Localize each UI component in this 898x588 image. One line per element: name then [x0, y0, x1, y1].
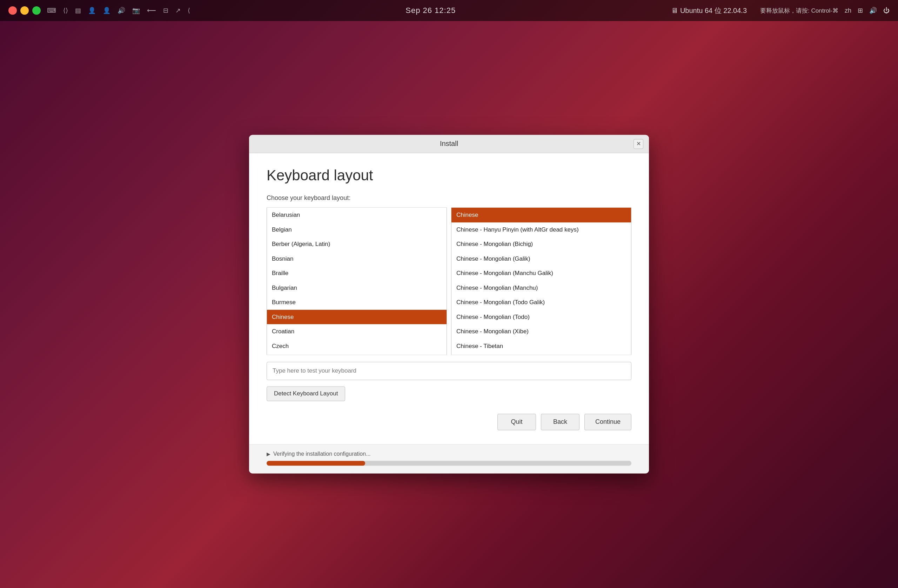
- back-button[interactable]: Back: [541, 414, 580, 430]
- subtitle: Choose your keyboard layout:: [267, 194, 631, 202]
- detect-keyboard-button[interactable]: Detect Keyboard Layout: [267, 386, 345, 401]
- toolbar-icon-10: ↗: [175, 7, 181, 14]
- top-bar: ⌨ ⟨⟩ ▤ 👤 👤 🔊 📷 ⟵ ⊟ ↗ ⟨ Sep 26 12:25 🖥 Ub…: [0, 0, 898, 21]
- toolbar-icon-2: ⟨⟩: [63, 7, 68, 14]
- list-item[interactable]: Chinese - Mongolian (Bichig): [452, 237, 631, 252]
- list-item[interactable]: Chinese: [452, 208, 631, 222]
- toolbar-icon-6: 🔊: [117, 7, 125, 14]
- list-item[interactable]: Chinese - Tibetan: [452, 339, 631, 354]
- traffic-lights: [8, 6, 41, 15]
- language-list[interactable]: BelarusianBelgianBerber (Algeria, Latin)…: [267, 207, 447, 355]
- progress-bar-container: [267, 461, 631, 466]
- top-bar-right: 🖥 Ubuntu 64 位 22.04.3 要释放鼠标，请按: Control-…: [671, 6, 890, 15]
- quit-button[interactable]: Quit: [497, 414, 536, 430]
- list-item[interactable]: Chinese - Mongolian (Xibe): [452, 324, 631, 339]
- install-window: Install ✕ Keyboard layout Choose your ke…: [249, 135, 649, 473]
- list-item[interactable]: Chinese - Hanyu Pinyin (with AltGr dead …: [452, 222, 631, 237]
- toolbar-icon-11: ⟨: [188, 7, 190, 14]
- layout-variant-list[interactable]: ChineseChinese - Hanyu Pinyin (with AltG…: [451, 207, 631, 355]
- close-window-button[interactable]: [8, 6, 17, 15]
- maximize-window-button[interactable]: [32, 6, 41, 15]
- toolbar-icons: ⌨ ⟨⟩ ▤ 👤 👤 🔊 📷 ⟵ ⊟ ↗ ⟨: [47, 7, 190, 14]
- list-item[interactable]: Belarusian: [267, 208, 446, 222]
- list-item[interactable]: Bosnian: [267, 252, 446, 266]
- verifying-text: Verifying the installation configuration…: [267, 451, 631, 457]
- list-item[interactable]: Chinese: [267, 310, 446, 325]
- window-titlebar: Install ✕: [249, 135, 649, 153]
- power-icon[interactable]: ⏻: [883, 7, 890, 14]
- window-close-button[interactable]: ✕: [634, 139, 643, 149]
- list-item[interactable]: Chinese - Mongolian (Galik): [452, 252, 631, 266]
- toolbar-icon-9: ⊟: [163, 7, 168, 14]
- lists-container: BelarusianBelgianBerber (Algeria, Latin)…: [267, 207, 631, 355]
- toolbar-icon-1: ⌨: [47, 7, 56, 14]
- toolbar-icon-4: 👤: [88, 7, 96, 14]
- continue-button[interactable]: Continue: [584, 414, 631, 430]
- bottom-actions: Quit Back Continue: [267, 414, 631, 430]
- window-title: Install: [440, 140, 458, 148]
- list-item[interactable]: Danish: [267, 353, 446, 355]
- toolbar-icon-8: ⟵: [147, 7, 156, 14]
- toolbar-icon-5: 👤: [103, 7, 111, 14]
- list-item[interactable]: Belgian: [267, 222, 446, 237]
- vm-title: 🖥 Ubuntu 64 位 22.04.3: [671, 6, 747, 15]
- window-wrapper: Install ✕ Keyboard layout Choose your ke…: [249, 135, 649, 473]
- list-item[interactable]: Chinese - Mongolian (Manchu Galik): [452, 266, 631, 281]
- list-item[interactable]: Bulgarian: [267, 281, 446, 296]
- list-item[interactable]: Chinese - Mongolian (Todo): [452, 310, 631, 325]
- keyboard-test-input[interactable]: [267, 362, 631, 380]
- top-bar-left: ⌨ ⟨⟩ ▤ 👤 👤 🔊 📷 ⟵ ⊟ ↗ ⟨: [8, 6, 190, 15]
- release-mouse-hint: 要释放鼠标，请按: Control-⌘: [760, 7, 838, 15]
- network-icon: ⊞: [858, 7, 863, 14]
- page-title: Keyboard layout: [267, 167, 631, 184]
- window-content: Keyboard layout Choose your keyboard lay…: [249, 153, 649, 444]
- list-item[interactable]: Chinese - Mongolian (Todo Galik): [452, 295, 631, 310]
- toolbar-icon-7: 📷: [132, 7, 140, 14]
- datetime-display: Sep 26 12:25: [406, 6, 456, 15]
- list-item[interactable]: Chinese - Mongolian (Manchu): [452, 281, 631, 296]
- minimize-window-button[interactable]: [20, 6, 29, 15]
- progress-area: Verifying the installation configuration…: [249, 444, 649, 473]
- toolbar-icon-3: ▤: [75, 7, 81, 14]
- list-item[interactable]: Braille: [267, 266, 446, 281]
- progress-bar-fill: [267, 461, 365, 466]
- list-item[interactable]: Czech: [267, 339, 446, 354]
- volume-icon: 🔊: [869, 7, 877, 14]
- lang-indicator: zh: [845, 7, 851, 14]
- list-item[interactable]: Burmese: [267, 295, 446, 310]
- list-item[interactable]: Croatian: [267, 324, 446, 339]
- list-item[interactable]: Berber (Algeria, Latin): [267, 237, 446, 252]
- list-item[interactable]: Chinese - Tibetan (with ASCII numerals): [452, 353, 631, 355]
